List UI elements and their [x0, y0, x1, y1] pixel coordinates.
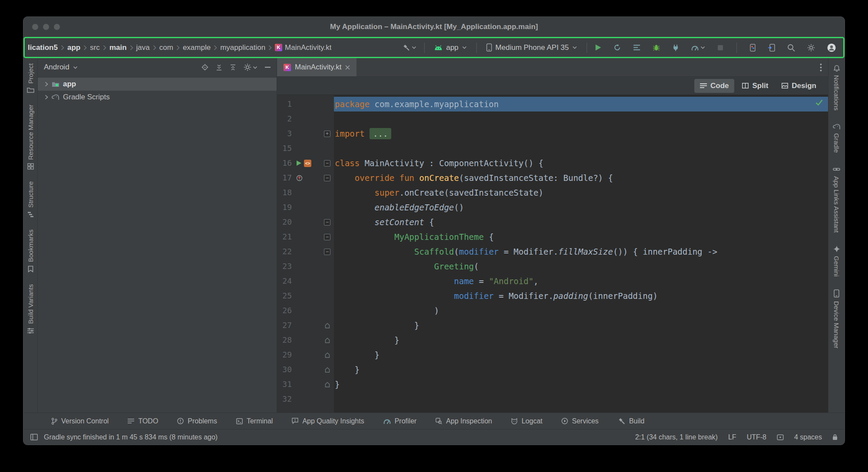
- gutter-line-16[interactable]: 16<>−: [277, 156, 334, 170]
- device-select[interactable]: Medium Phone API 35: [483, 42, 581, 54]
- tool-stripe-notifications[interactable]: Notifications: [833, 64, 840, 111]
- gutter-line-18[interactable]: 18: [277, 185, 334, 200]
- tool-stripe-project[interactable]: Project: [27, 63, 34, 93]
- fold-marker[interactable]: +: [320, 131, 334, 137]
- gutter-line-15[interactable]: 15: [277, 141, 334, 156]
- code-line-31[interactable]: 31}: [277, 377, 828, 392]
- file-encoding[interactable]: UTF-8: [747, 433, 766, 441]
- code-line-28[interactable]: 28 }: [277, 333, 828, 347]
- tool-window-button-version-control[interactable]: Version Control: [51, 417, 109, 425]
- gutter-line-29[interactable]: 29: [277, 347, 334, 362]
- fold-marker[interactable]: −: [320, 234, 334, 240]
- fold-marker[interactable]: [320, 382, 334, 387]
- tool-window-button-profiler[interactable]: Profiler: [383, 417, 417, 425]
- code-line-25[interactable]: 25 modifier = Modifier.padding(innerPadd…: [277, 288, 828, 303]
- device-mirroring-button[interactable]: [766, 43, 777, 53]
- code-line-17[interactable]: 17− override fun onCreate(savedInstanceS…: [277, 170, 828, 185]
- code-editor[interactable]: 1package com.example.myapplication23+imp…: [277, 95, 828, 413]
- indent-size[interactable]: 4 spaces: [794, 433, 822, 441]
- gutter-line-17[interactable]: 17−: [277, 170, 334, 185]
- fold-marker[interactable]: [320, 338, 334, 343]
- breadcrumb-item-app[interactable]: app: [67, 43, 80, 52]
- expand-all-button[interactable]: [216, 64, 222, 71]
- build-menu-button[interactable]: [401, 43, 418, 52]
- gutter-line-27[interactable]: 27: [277, 318, 334, 333]
- run-configuration-select[interactable]: app: [431, 42, 470, 54]
- panel-options-button[interactable]: [244, 63, 257, 71]
- code-line-26[interactable]: 26 ): [277, 303, 828, 318]
- gutter-line-25[interactable]: 25: [277, 288, 334, 303]
- code-line-29[interactable]: 29 }: [277, 347, 828, 362]
- tool-windows-toggle[interactable]: [30, 434, 38, 440]
- view-mode-code[interactable]: Code: [694, 79, 735, 93]
- gutter-line-20[interactable]: 20−: [277, 215, 334, 229]
- fold-marker[interactable]: −: [320, 160, 334, 167]
- profiler-button[interactable]: [690, 43, 707, 52]
- tool-window-button-todo[interactable]: TODO: [128, 417, 158, 425]
- editor-tab-mainactivity[interactable]: K MainActivity.kt: [277, 58, 356, 76]
- code-line-27[interactable]: 27 }: [277, 318, 828, 333]
- account-button[interactable]: [825, 42, 838, 53]
- inspections-status-icon[interactable]: [815, 99, 823, 105]
- select-opened-file-button[interactable]: [201, 64, 208, 71]
- project-tree-item-app[interactable]: app: [38, 78, 277, 91]
- close-tab-button[interactable]: [345, 65, 350, 70]
- debug-button[interactable]: [651, 43, 662, 52]
- tool-stripe-app-links-assistant[interactable]: App Links Assistant: [833, 166, 840, 233]
- gutter-line-2[interactable]: 2: [277, 111, 334, 126]
- tool-window-button-app-inspection[interactable]: App Inspection: [436, 417, 492, 425]
- code-line-2[interactable]: 2: [277, 111, 828, 126]
- search-everywhere-button[interactable]: [785, 43, 797, 53]
- breadcrumb-item-src[interactable]: src: [90, 43, 100, 52]
- code-line-20[interactable]: 20− setContent {: [277, 215, 828, 229]
- breadcrumb-item-mainactivity-kt[interactable]: KMainActivity.kt: [275, 43, 331, 52]
- code-line-21[interactable]: 21− MyApplicationTheme {: [277, 229, 828, 244]
- tool-stripe-gradle[interactable]: Gradle: [833, 124, 841, 153]
- tool-window-button-logcat[interactable]: Logcat: [511, 417, 542, 425]
- zoom-window-button[interactable]: [54, 24, 60, 30]
- project-tree-item-gradle-scripts[interactable]: Gradle Scripts: [38, 91, 277, 104]
- tool-window-button-problems[interactable]: Problems: [177, 417, 217, 425]
- code-line-32[interactable]: 32: [277, 392, 828, 406]
- view-mode-design[interactable]: Design: [776, 79, 822, 93]
- close-window-button[interactable]: [32, 24, 38, 30]
- fold-marker[interactable]: −: [320, 219, 334, 226]
- run-button[interactable]: [593, 43, 603, 52]
- code-line-30[interactable]: 30 }: [277, 362, 828, 377]
- running-devices-button[interactable]: [748, 43, 757, 53]
- fold-marker[interactable]: −: [320, 175, 334, 181]
- attach-debugger-button[interactable]: [670, 43, 681, 52]
- code-line-19[interactable]: 19 enableEdgeToEdge(): [277, 200, 828, 215]
- project-view-selector[interactable]: Android: [44, 63, 78, 72]
- breadcrumb-item-com[interactable]: com: [159, 43, 173, 52]
- code-line-3[interactable]: 3+import ...: [277, 126, 828, 141]
- code-line-23[interactable]: 23 Greeting(: [277, 259, 828, 274]
- breadcrumb-item-main[interactable]: main: [109, 43, 127, 52]
- gutter-line-23[interactable]: 23: [277, 259, 334, 274]
- gutter-line-19[interactable]: 19: [277, 200, 334, 215]
- gutter-line-24[interactable]: 24: [277, 274, 334, 288]
- tool-window-button-services[interactable]: Services: [561, 417, 598, 425]
- code-line-18[interactable]: 18 super.onCreate(savedInstanceState): [277, 185, 828, 200]
- breadcrumb-item-myapplication[interactable]: myapplication: [220, 43, 265, 52]
- apply-code-changes-button[interactable]: [631, 43, 642, 52]
- titlebar[interactable]: My Application – MainActivity.kt [My_App…: [23, 17, 845, 37]
- tool-stripe-structure[interactable]: Structure: [27, 181, 34, 218]
- fold-marker[interactable]: [320, 323, 334, 328]
- apply-changes-button[interactable]: [612, 43, 623, 52]
- tab-options-button[interactable]: [820, 63, 822, 72]
- fold-marker[interactable]: [320, 367, 334, 373]
- breadcrumb-item-example[interactable]: example: [183, 43, 211, 52]
- gutter-line-28[interactable]: 28: [277, 333, 334, 347]
- minimize-window-button[interactable]: [43, 24, 49, 30]
- gutter-line-3[interactable]: 3+: [277, 126, 334, 141]
- gutter-line-21[interactable]: 21−: [277, 229, 334, 244]
- code-line-15[interactable]: 15: [277, 141, 828, 156]
- tool-stripe-resource-manager[interactable]: Resource Manager: [27, 105, 34, 170]
- gutter-line-30[interactable]: 30: [277, 362, 334, 377]
- tool-window-button-build[interactable]: Build: [618, 417, 645, 425]
- code-line-1[interactable]: 1package com.example.myapplication: [277, 97, 828, 111]
- code-line-24[interactable]: 24 name = "Android",: [277, 274, 828, 288]
- tool-stripe-bookmarks[interactable]: Bookmarks: [27, 229, 34, 272]
- code-line-22[interactable]: 22− Scaffold(modifier = Modifier.fillMax…: [277, 244, 828, 259]
